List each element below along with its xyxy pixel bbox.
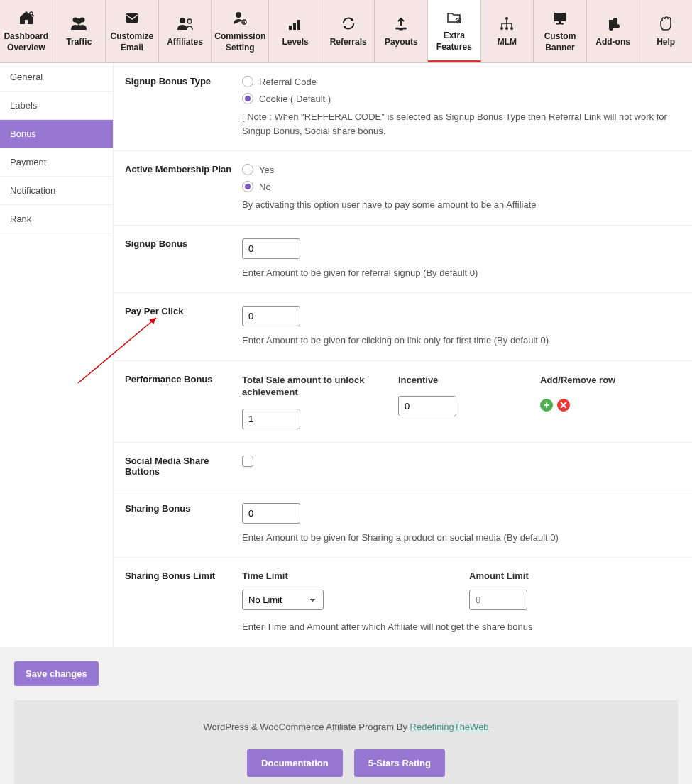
tab-mlm[interactable]: MLM: [481, 0, 534, 62]
folder-plus-icon: [446, 8, 463, 26]
radio-label: Cookie ( Default ): [259, 94, 331, 104]
tab-referrals[interactable]: Referrals: [322, 0, 375, 62]
tab-label: Add-ons: [595, 37, 630, 48]
footer-text: WordPress & WooCommerce Affiliate Progra…: [203, 722, 410, 732]
tab-label: Payouts: [385, 37, 418, 48]
mail-icon: [123, 9, 141, 27]
tab-extra-features[interactable]: Extra Features: [428, 0, 481, 62]
sharing-limit-label: Sharing Bonus Limit: [125, 570, 242, 634]
social-share-checkbox[interactable]: [242, 456, 253, 467]
sidebar: GeneralLabelsBonusPaymentNotificationRan…: [0, 63, 114, 647]
footer: WordPress & WooCommerce Affiliate Progra…: [14, 700, 678, 784]
sidebar-item-rank[interactable]: Rank: [0, 205, 113, 233]
svg-rect-12: [293, 23, 296, 30]
tab-affiliates[interactable]: Affiliates: [159, 0, 212, 62]
radio-label: Referral Code: [259, 77, 317, 87]
home-icon: [18, 9, 35, 27]
perf-col3-head: Add/Remove row: [540, 374, 615, 387]
perf-incentive-input[interactable]: [398, 396, 456, 416]
tab-customize-email[interactable]: Customize Email: [106, 0, 159, 62]
svg-rect-5: [126, 13, 138, 23]
signup-bonus-type-note: [ Note : When "REFFERAL CODE" is selecte…: [242, 110, 681, 138]
svg-point-8: [236, 12, 241, 18]
tab-label: Extra Features: [431, 31, 478, 53]
perf-col2-head: Incentive: [398, 374, 512, 387]
tab-label: Custom Banner: [537, 31, 583, 53]
tab-help[interactable]: Help: [639, 0, 692, 62]
svg-rect-11: [289, 26, 292, 30]
tab-add-ons[interactable]: Add-ons: [587, 0, 640, 62]
svg-point-16: [402, 28, 407, 30]
refresh-icon: [340, 14, 357, 33]
top-nav: Dashboard OverviewTrafficCustomize Email…: [0, 0, 692, 63]
active-membership-note: By activating this option user have to p…: [242, 198, 681, 212]
svg-point-6: [180, 18, 185, 23]
documentation-button[interactable]: Documentation: [247, 749, 343, 777]
hand-icon: [657, 14, 674, 33]
sharing-bonus-label: Sharing Bonus: [125, 503, 242, 545]
tab-custom-banner[interactable]: Custom Banner: [534, 0, 587, 62]
sidebar-item-payment[interactable]: Payment: [0, 148, 113, 177]
tab-label: Commission Setting: [214, 31, 265, 53]
rating-button[interactable]: 5-Stars Rating: [354, 749, 445, 777]
radio-membership-no[interactable]: No: [242, 181, 681, 192]
tab-commission-setting[interactable]: Commission Setting: [212, 0, 269, 62]
pay-per-click-input[interactable]: [242, 306, 300, 326]
radio-label: No: [259, 182, 271, 192]
performance-bonus-label: Performance Bonus: [125, 374, 242, 429]
tab-label: Help: [657, 37, 675, 48]
radio-membership-yes[interactable]: Yes: [242, 164, 681, 175]
radio-icon: [242, 181, 253, 192]
tab-traffic[interactable]: Traffic: [53, 0, 106, 62]
save-changes-button[interactable]: Save changes: [14, 661, 99, 686]
user-pair-icon: [176, 14, 194, 33]
hierarchy-icon: [498, 14, 515, 33]
signup-bonus-note: Enter Amount to be given for referral si…: [242, 266, 681, 280]
radio-icon: [242, 76, 253, 87]
monitor-icon: [551, 9, 569, 27]
user-gear-icon: [231, 9, 248, 27]
puzzle-icon: [605, 14, 622, 33]
add-row-icon[interactable]: +: [540, 399, 553, 412]
settings-content: Signup Bonus Type Referral Code Cookie (…: [114, 63, 692, 647]
perf-total-sale-input[interactable]: [242, 409, 300, 429]
radio-cookie-default[interactable]: Cookie ( Default ): [242, 93, 681, 104]
sharing-bonus-input[interactable]: [242, 503, 300, 524]
users-icon: [70, 14, 88, 33]
svg-point-7: [187, 19, 192, 23]
svg-rect-13: [297, 20, 300, 30]
radio-icon: [242, 164, 253, 175]
active-membership-label: Active Membership Plan: [125, 164, 242, 212]
tab-label: MLM: [498, 37, 517, 48]
tab-payouts[interactable]: Payouts: [375, 0, 428, 62]
amount-limit-input[interactable]: [469, 590, 527, 610]
sidebar-item-bonus[interactable]: Bonus: [0, 120, 113, 148]
tab-label: Dashboard Overview: [3, 31, 50, 53]
signup-bonus-input[interactable]: [242, 238, 300, 259]
pay-per-click-label: Pay Per Click: [125, 306, 242, 348]
sidebar-item-general[interactable]: General: [0, 63, 113, 92]
remove-row-icon[interactable]: ✕: [557, 399, 570, 412]
tab-levels[interactable]: Levels: [269, 0, 322, 62]
time-limit-select[interactable]: No Limit: [242, 590, 324, 610]
svg-point-18: [505, 17, 508, 20]
svg-point-19: [500, 27, 503, 30]
payout-icon: [392, 14, 410, 33]
tab-dashboard-overview[interactable]: Dashboard Overview: [0, 0, 53, 62]
sidebar-item-labels[interactable]: Labels: [0, 92, 113, 120]
social-share-label: Social Media Share Buttons: [125, 456, 242, 477]
perf-col1-head: Total Sale amount to unlock achievement: [242, 374, 370, 399]
svg-rect-22: [554, 13, 566, 21]
svg-point-20: [505, 27, 508, 30]
svg-rect-24: [556, 23, 564, 25]
footer-link[interactable]: RedefiningTheWeb: [410, 722, 489, 732]
tab-label: Customize Email: [109, 31, 155, 53]
radio-label: Yes: [259, 165, 274, 175]
sidebar-item-notification[interactable]: Notification: [0, 177, 113, 205]
time-limit-head: Time Limit: [242, 570, 441, 581]
radio-referral-code[interactable]: Referral Code: [242, 76, 681, 87]
signup-bonus-type-label: Signup Bonus Type: [125, 76, 242, 138]
tab-label: Affiliates: [167, 37, 203, 48]
radio-icon: [242, 93, 253, 104]
svg-line-1: [32, 15, 34, 17]
